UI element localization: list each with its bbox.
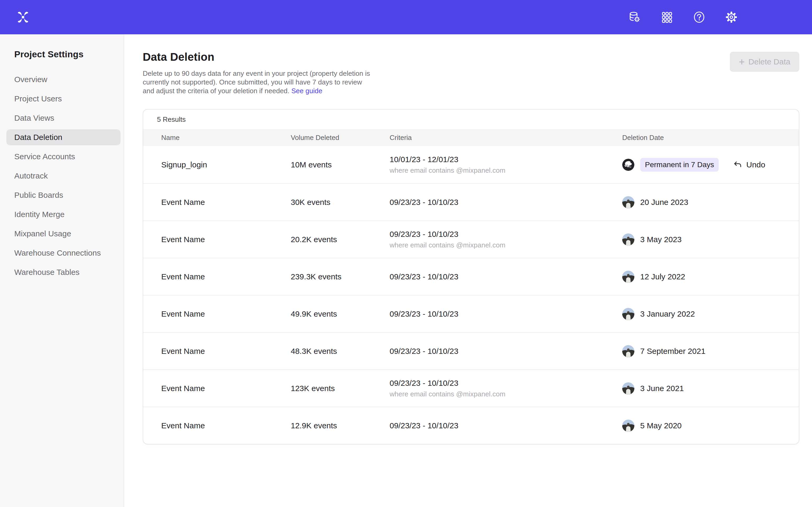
- sidebar-item-label: Autotrack: [14, 171, 48, 180]
- row-volume-deleted: 123K events: [291, 384, 390, 393]
- table-row: Signup_login 10M events 10/01/23 - 12/01…: [143, 146, 799, 183]
- row-criteria-range: 09/23/23 - 10/10/23: [390, 198, 622, 207]
- row-deletion-date-cell: 20 June 2023: [622, 196, 788, 208]
- row-criteria: 09/23/23 - 10/10/23: [390, 198, 622, 207]
- avatar-photo: [622, 271, 635, 283]
- sidebar-item-label: Data Deletion: [14, 133, 62, 142]
- page-title: Data Deletion: [143, 51, 375, 63]
- row-criteria-range: 09/23/23 - 10/10/23: [390, 347, 622, 356]
- row-event-name: Event Name: [161, 347, 291, 356]
- see-guide-link[interactable]: See guide: [291, 87, 322, 95]
- column-header-name: Name: [161, 133, 291, 142]
- topbar-icon-group: [628, 11, 738, 23]
- table-header-row: Name Volume Deleted Criteria Deletion Da…: [143, 129, 799, 146]
- sidebar-item-label: Data Views: [14, 114, 54, 122]
- sidebar-item-mixpanel-usage[interactable]: Mixpanel Usage: [6, 226, 120, 242]
- permanent-badge: Permanent in 7 Days: [640, 158, 719, 172]
- row-deletion-date-cell: 7 September 2021: [622, 345, 788, 357]
- row-volume-deleted: 12.9K events: [291, 421, 390, 430]
- sidebar-item-data-views[interactable]: Data Views: [6, 110, 120, 126]
- sidebar-item-label: Warehouse Tables: [14, 268, 80, 277]
- apps-grid-icon[interactable]: [661, 11, 673, 23]
- avatar-photo: [622, 308, 635, 320]
- table-row: Event Name 30K events 09/23/23 - 10/10/2…: [143, 183, 799, 221]
- row-criteria-range: 09/23/23 - 10/10/23: [390, 272, 622, 281]
- avatar-photo: [622, 196, 635, 208]
- row-criteria-filter: where email contains @mixpanel.com: [390, 241, 622, 249]
- row-criteria-filter: where email contains @mixpanel.com: [390, 390, 622, 398]
- row-deletion-date-cell: 5 May 2020: [622, 419, 788, 432]
- row-event-name: Signup_login: [161, 160, 291, 169]
- row-deletion-date-cell: 3 January 2022: [622, 308, 788, 320]
- row-event-name: Event Name: [161, 421, 291, 430]
- row-criteria: 09/23/23 - 10/10/23: [390, 272, 622, 281]
- sidebar-item-warehouse-tables[interactable]: Warehouse Tables: [6, 264, 120, 280]
- sidebar-item-identity-merge[interactable]: Identity Merge: [6, 207, 120, 222]
- sidebar-item-public-boards[interactable]: Public Boards: [6, 187, 120, 203]
- avatar-photo: [622, 233, 635, 245]
- row-deletion-date-cell: 3 June 2021: [622, 382, 788, 395]
- undo-button[interactable]: Undo: [732, 160, 765, 170]
- avatar-sticker: [622, 159, 635, 171]
- row-volume-deleted: 10M events: [291, 160, 390, 169]
- row-deletion-date-cell: 3 May 2023: [622, 233, 788, 245]
- row-volume-deleted: 20.2K events: [291, 235, 390, 244]
- row-criteria: 09/23/23 - 10/10/23: [390, 309, 622, 319]
- table-row: Event Name 49.9K events 09/23/23 - 10/10…: [143, 295, 799, 332]
- row-volume-deleted: 49.9K events: [291, 309, 390, 319]
- row-event-name: Event Name: [161, 235, 291, 244]
- sidebar-heading: Project Settings: [14, 49, 124, 59]
- column-header-volume: Volume Deleted: [291, 133, 390, 142]
- sidebar-item-project-users[interactable]: Project Users: [6, 91, 120, 107]
- sidebar-item-data-deletion[interactable]: Data Deletion: [6, 129, 120, 145]
- column-header-criteria: Criteria: [390, 133, 622, 142]
- row-event-name: Event Name: [161, 198, 291, 207]
- row-criteria-range: 09/23/23 - 10/10/23: [390, 230, 622, 239]
- sidebar-item-label: Warehouse Connections: [14, 248, 101, 258]
- row-event-name: Event Name: [161, 309, 291, 319]
- row-volume-deleted: 239.3K events: [291, 272, 390, 281]
- row-criteria: 09/23/23 - 10/10/23 where email contains…: [390, 379, 622, 398]
- row-criteria-range: 09/23/23 - 10/10/23: [390, 309, 622, 319]
- sidebar-item-label: Overview: [14, 75, 47, 84]
- delete-data-button[interactable]: + Delete Data: [730, 52, 799, 72]
- undo-label: Undo: [746, 160, 765, 169]
- row-criteria: 09/23/23 - 10/10/23: [390, 421, 622, 430]
- sidebar-item-label: Service Accounts: [14, 152, 75, 161]
- plus-icon: +: [739, 57, 745, 67]
- row-criteria: 10/01/23 - 12/01/23 where email contains…: [390, 155, 622, 175]
- sidebar-item-label: Identity Merge: [14, 210, 64, 219]
- row-criteria-filter: where email contains @mixpanel.com: [390, 166, 622, 175]
- row-criteria: 09/23/23 - 10/10/23: [390, 347, 622, 356]
- table-row: Event Name 48.3K events 09/23/23 - 10/10…: [143, 332, 799, 370]
- sidebar: Project Settings Overview Project Users …: [0, 34, 124, 507]
- settings-gear-icon[interactable]: [725, 11, 738, 23]
- sidebar-item-warehouse-connections[interactable]: Warehouse Connections: [6, 245, 120, 261]
- sidebar-item-autotrack[interactable]: Autotrack: [6, 168, 120, 184]
- row-deletion-date-cell: Permanent in 7 Days Undo: [622, 158, 788, 172]
- help-icon[interactable]: [693, 11, 705, 23]
- table-row: Event Name 12.9K events 09/23/23 - 10/10…: [143, 407, 799, 444]
- row-criteria-range: 09/23/23 - 10/10/23: [390, 421, 622, 430]
- sidebar-item-overview[interactable]: Overview: [6, 71, 120, 88]
- table-row: Event Name 123K events 09/23/23 - 10/10/…: [143, 370, 799, 407]
- column-header-deletion-date: Deletion Date: [622, 133, 788, 142]
- sidebar-nav: Overview Project Users Data Views Data D…: [0, 71, 124, 280]
- page-description-text: Delete up to 90 days data for any event …: [143, 69, 370, 95]
- mixpanel-logo-icon[interactable]: [17, 11, 29, 23]
- deletion-date: 5 May 2020: [640, 421, 682, 430]
- avatar-photo: [622, 345, 635, 357]
- sidebar-item-label: Project Users: [14, 94, 62, 103]
- data-management-icon[interactable]: [628, 11, 641, 23]
- delete-data-button-label: Delete Data: [749, 57, 790, 66]
- results-count: 5 Results: [143, 110, 799, 129]
- row-volume-deleted: 48.3K events: [291, 347, 390, 356]
- topbar: [0, 0, 812, 34]
- avatar-photo: [622, 419, 635, 432]
- deletion-date: 7 September 2021: [640, 347, 706, 356]
- row-criteria-range: 10/01/23 - 12/01/23: [390, 155, 622, 164]
- sidebar-item-service-accounts[interactable]: Service Accounts: [6, 149, 120, 165]
- table-row: Event Name 20.2K events 09/23/23 - 10/10…: [143, 221, 799, 258]
- undo-icon: [732, 160, 743, 170]
- avatar-photo: [622, 382, 635, 395]
